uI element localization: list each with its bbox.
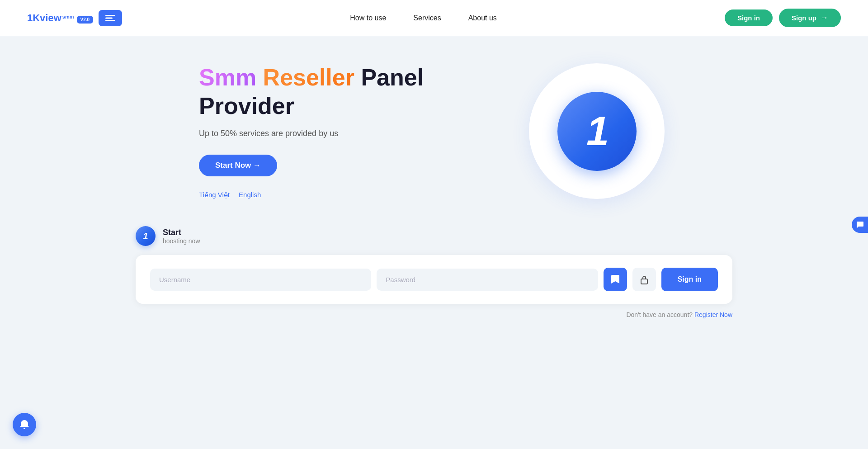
svg-rect-0 bbox=[105, 15, 115, 16]
logo-icon-button[interactable] bbox=[99, 10, 122, 26]
form-header-text: Start boosting now bbox=[163, 228, 200, 245]
navbar: 1Kview smm V2.0 How to use Services Abou… bbox=[0, 0, 868, 36]
lang-vi-link[interactable]: Tiếng Việt bbox=[199, 191, 230, 199]
nav-link-how-to-use[interactable]: How to use bbox=[350, 14, 386, 22]
hero-left: Smm Reseller Panel Provider Up to 50% se… bbox=[199, 63, 488, 199]
form-icon-circle: 1 bbox=[136, 226, 156, 246]
form-signin-button[interactable]: Sign in bbox=[661, 268, 718, 291]
logo-text: 1Kview smm V2.0 bbox=[27, 12, 93, 24]
lang-links: Tiếng Việt English bbox=[199, 191, 261, 199]
hero-title-reseller: Reseller bbox=[263, 64, 354, 90]
logo-1kview: 1Kview bbox=[27, 12, 61, 24]
bookmark-button[interactable] bbox=[604, 268, 627, 291]
start-now-button[interactable]: Start Now → bbox=[199, 155, 277, 176]
form-row: Sign in bbox=[150, 268, 718, 291]
logo-version-badge: V2.0 bbox=[77, 16, 94, 24]
logo-smm: smm bbox=[62, 14, 74, 19]
nav-links: How to use Services About us bbox=[350, 14, 497, 22]
lock-button[interactable] bbox=[632, 268, 656, 291]
form-header-subtitle: boosting now bbox=[163, 237, 200, 245]
password-input[interactable] bbox=[377, 269, 598, 291]
form-card: Sign in bbox=[136, 255, 732, 304]
nav-signin-button[interactable]: Sign in bbox=[725, 9, 773, 26]
form-footer-text: Don't have an account? bbox=[626, 311, 693, 318]
nav-link-about-us[interactable]: About us bbox=[468, 14, 497, 22]
hero-circle-outer: 1 bbox=[529, 63, 665, 199]
svg-rect-2 bbox=[105, 20, 115, 21]
hero-section: Smm Reseller Panel Provider Up to 50% se… bbox=[0, 36, 868, 217]
svg-rect-1 bbox=[105, 17, 113, 19]
hero-title-smm: Smm bbox=[199, 64, 256, 90]
nav-link-services[interactable]: Services bbox=[413, 14, 441, 22]
username-input[interactable] bbox=[150, 269, 371, 291]
nav-actions: Sign in Sign up → bbox=[725, 9, 841, 27]
hero-circle-inner: 1 bbox=[557, 92, 637, 171]
form-footer: Don't have an account? Register Now bbox=[136, 311, 732, 318]
hero-title: Smm Reseller Panel Provider bbox=[199, 63, 488, 120]
svg-rect-3 bbox=[641, 279, 647, 284]
hero-right: 1 bbox=[524, 63, 669, 199]
logo-area: 1Kview smm V2.0 bbox=[27, 10, 122, 26]
signup-label: Sign up bbox=[792, 14, 816, 22]
floating-chat-button[interactable] bbox=[852, 217, 868, 233]
form-header-title: Start bbox=[163, 228, 200, 237]
nav-signup-button[interactable]: Sign up → bbox=[779, 9, 841, 27]
lang-en-link[interactable]: English bbox=[239, 191, 261, 199]
form-header: 1 Start boosting now bbox=[136, 226, 732, 246]
register-now-link[interactable]: Register Now bbox=[694, 311, 732, 318]
floating-bell-button[interactable] bbox=[13, 413, 36, 436]
hero-logo-number: 1 bbox=[586, 111, 607, 151]
signup-arrow-icon: → bbox=[820, 13, 828, 23]
form-section: 1 Start boosting now Sign in Don' bbox=[0, 217, 868, 345]
hero-subtitle: Up to 50% services are provided by us bbox=[199, 129, 338, 138]
